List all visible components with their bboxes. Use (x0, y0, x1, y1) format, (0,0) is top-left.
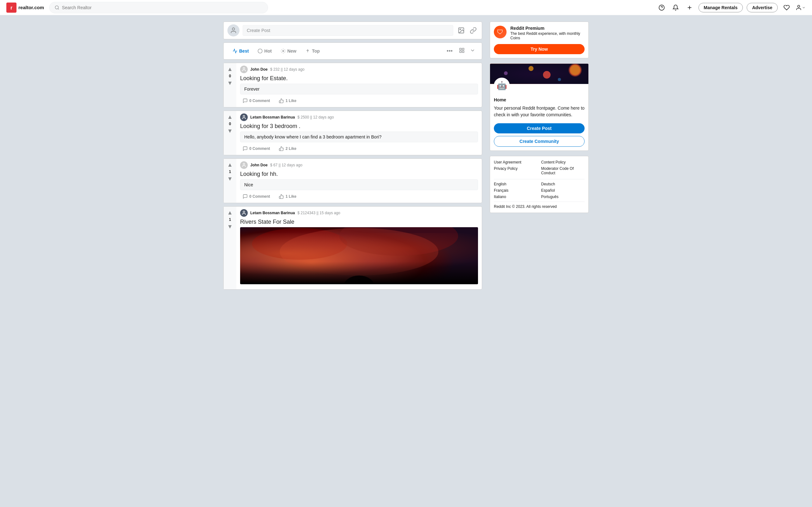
sort-best-button[interactable]: Best (229, 46, 252, 56)
top-icon (305, 49, 310, 54)
sort-bar-right: ••• (444, 46, 477, 56)
logo[interactable]: r realtor.com (6, 3, 44, 13)
sort-hot-button[interactable]: Hot (254, 46, 275, 56)
upvote-button[interactable]: ▲ (226, 113, 234, 120)
user-icon (796, 4, 802, 11)
comment-icon (243, 98, 248, 103)
sort-layout-button[interactable] (458, 46, 466, 56)
avatar-icon (241, 115, 247, 120)
post-title[interactable]: Looking for Estate. (240, 75, 478, 82)
post-meta: John Doe $ 232 || 12 days ago (240, 66, 478, 73)
privacy-policy-link[interactable]: Privacy Policy (494, 166, 537, 175)
favorite-icon-button[interactable] (781, 3, 792, 13)
like-icon (279, 194, 284, 199)
post-actions: 0 Comment 1 Like (240, 193, 478, 200)
logo-icon: r (6, 3, 16, 13)
post-preview: Hello, anybody know where I can find a 3… (240, 131, 478, 142)
home-card: 🤖 Home Your personal Reddit frontpage. C… (490, 63, 589, 151)
link-button[interactable] (468, 26, 478, 35)
svg-point-8 (798, 5, 800, 7)
post-vote-section: ▲ 0 ▼ (223, 63, 236, 107)
post-username[interactable]: John Doe (250, 163, 268, 167)
shield-icon: 🛡 (497, 29, 503, 36)
search-input[interactable] (62, 5, 263, 10)
like-button[interactable]: 1 Like (276, 97, 299, 105)
content-policy-link[interactable]: Content Policy (541, 160, 585, 164)
svg-point-12 (258, 49, 262, 53)
like-icon (279, 98, 284, 103)
footer-copyright: Reddit Inc © 2023. All rights reserved (494, 205, 585, 209)
post-avatar (240, 66, 248, 73)
svg-point-20 (243, 115, 245, 117)
image-upload-button[interactable] (456, 26, 466, 35)
like-button[interactable]: 2 Like (276, 145, 299, 153)
create-post-button[interactable]: Create Post (494, 123, 585, 133)
premium-description: The best Reddit experience, with monthly… (510, 32, 585, 40)
post-meta: Letam Bossman Barinua $ 2124343 || 15 da… (240, 209, 478, 217)
comment-button[interactable]: 0 Comment (240, 193, 272, 200)
new-icon (281, 49, 286, 54)
post-card: ▲ 0 ▼ Letam Bossman Barinua $ 2500 || 12… (223, 111, 482, 155)
search-bar[interactable] (49, 2, 268, 13)
svg-rect-17 (460, 51, 461, 52)
downvote-button[interactable]: ▼ (226, 79, 234, 87)
sort-expand-button[interactable] (468, 46, 477, 56)
upvote-button[interactable]: ▲ (226, 161, 234, 168)
sort-new-button[interactable]: New (277, 46, 300, 56)
post-body: Letam Bossman Barinua $ 2500 || 12 days … (236, 111, 482, 155)
moderator-code-link[interactable]: Moderator Code Of Conduct (541, 166, 585, 175)
user-agreement-link[interactable]: User Agreement (494, 160, 537, 164)
premium-title: Reddit Premium (510, 26, 585, 31)
comment-button[interactable]: 0 Comment (240, 145, 272, 153)
chevron-down-icon (802, 6, 806, 9)
post-card: ▲ 1 ▼ Letam Bossman Barinua $ 2124343 ||… (223, 206, 482, 290)
upvote-button[interactable]: ▲ (226, 209, 234, 216)
downvote-button[interactable]: ▼ (226, 127, 234, 134)
vote-count: 0 (229, 122, 231, 126)
link-icon (470, 27, 477, 34)
create-post-input[interactable]: Create Post (243, 25, 453, 36)
post-username[interactable]: Letam Bossman Barinua (250, 211, 295, 215)
downvote-button[interactable]: ▼ (226, 175, 234, 182)
lang-espanol[interactable]: Español (541, 188, 585, 193)
sort-bar: Best Hot New Top ••• (223, 43, 482, 60)
svg-point-22 (243, 211, 245, 213)
manage-rentals-button[interactable]: Manage Rentals (699, 3, 743, 12)
sort-top-button[interactable]: Top (301, 46, 323, 56)
post-title[interactable]: Rivers State For Sale (240, 219, 478, 225)
lang-portugues[interactable]: Português (541, 194, 585, 199)
main-layout: Create Post Best (216, 15, 596, 296)
lang-francais[interactable]: Français (494, 188, 537, 193)
try-now-button[interactable]: Try Now (494, 44, 585, 54)
notification-icon-button[interactable] (670, 3, 681, 13)
search-icon (55, 5, 59, 10)
avatar-icon (241, 67, 247, 72)
footer-languages: English Deutsch Français Español Italian… (494, 182, 585, 199)
post-username[interactable]: John Doe (250, 67, 268, 72)
advertise-button[interactable]: Advertise (747, 3, 778, 12)
like-button[interactable]: 1 Like (276, 193, 299, 200)
post-vote-section: ▲ 1 ▼ (223, 207, 236, 289)
post-title[interactable]: Looking for hh. (240, 171, 478, 177)
layout-icon (459, 48, 465, 53)
comment-button[interactable]: 0 Comment (240, 97, 272, 105)
upvote-button[interactable]: ▲ (226, 66, 234, 72)
svg-line-3 (58, 8, 59, 9)
post-image[interactable] (240, 227, 478, 284)
comment-icon (243, 146, 248, 151)
svg-point-28 (343, 276, 375, 285)
lang-english[interactable]: English (494, 182, 537, 186)
user-menu-button[interactable] (796, 3, 806, 13)
create-community-button[interactable]: Create Community (494, 136, 585, 147)
add-icon-button[interactable] (684, 3, 695, 13)
post-username[interactable]: Letam Bossman Barinua (250, 115, 295, 119)
help-icon-button[interactable] (657, 3, 667, 13)
post-user-details: $ 67 || 12 days ago (270, 163, 303, 167)
post-title[interactable]: Looking for 3 bedroom . (240, 123, 478, 130)
post-preview: Forever (240, 83, 478, 95)
lang-deutsch[interactable]: Deutsch (541, 182, 585, 186)
post-preview: Nice (240, 179, 478, 190)
lang-italiano[interactable]: Italiano (494, 194, 537, 199)
sort-more-button[interactable]: ••• (444, 47, 455, 56)
downvote-button[interactable]: ▼ (226, 223, 234, 230)
